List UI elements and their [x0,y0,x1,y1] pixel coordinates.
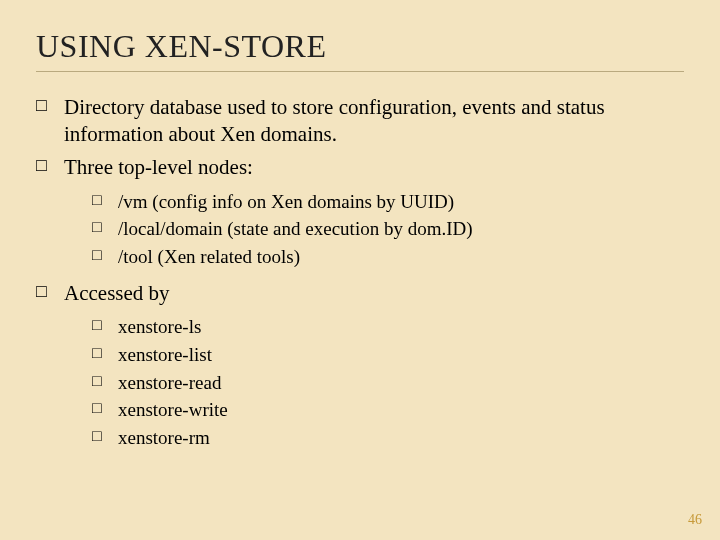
list-item: xenstore-rm [92,425,684,451]
list-item-text: xenstore-rm [118,427,210,448]
list-item: /vm (config info on Xen domains by UUID) [92,189,684,215]
list-item-text: xenstore-read [118,372,221,393]
sub-list: /vm (config info on Xen domains by UUID)… [92,189,684,270]
slide-title: USING XEN-STORE [36,28,684,65]
list-item: Directory database used to store configu… [36,94,684,148]
list-item: Three top-level nodes: /vm (config info … [36,154,684,270]
title-rule [36,71,684,72]
bullet-list: Directory database used to store configu… [36,94,684,451]
list-item-text: /local/domain (state and execution by do… [118,218,473,239]
list-item: /tool (Xen related tools) [92,244,684,270]
list-item: xenstore-write [92,397,684,423]
list-item-text: /tool (Xen related tools) [118,246,300,267]
list-item: xenstore-ls [92,314,684,340]
page-number: 46 [688,512,702,528]
list-item: Accessed by xenstore-ls xenstore-list xe… [36,280,684,451]
list-item-text: xenstore-write [118,399,228,420]
list-item-text: Directory database used to store configu… [64,95,605,146]
list-item: xenstore-read [92,370,684,396]
list-item-text: xenstore-list [118,344,212,365]
list-item-text: xenstore-ls [118,316,201,337]
list-item: /local/domain (state and execution by do… [92,216,684,242]
list-item-text: Three top-level nodes: [64,155,253,179]
list-item-text: /vm (config info on Xen domains by UUID) [118,191,454,212]
list-item: xenstore-list [92,342,684,368]
sub-list: xenstore-ls xenstore-list xenstore-read … [92,314,684,450]
list-item-text: Accessed by [64,281,170,305]
